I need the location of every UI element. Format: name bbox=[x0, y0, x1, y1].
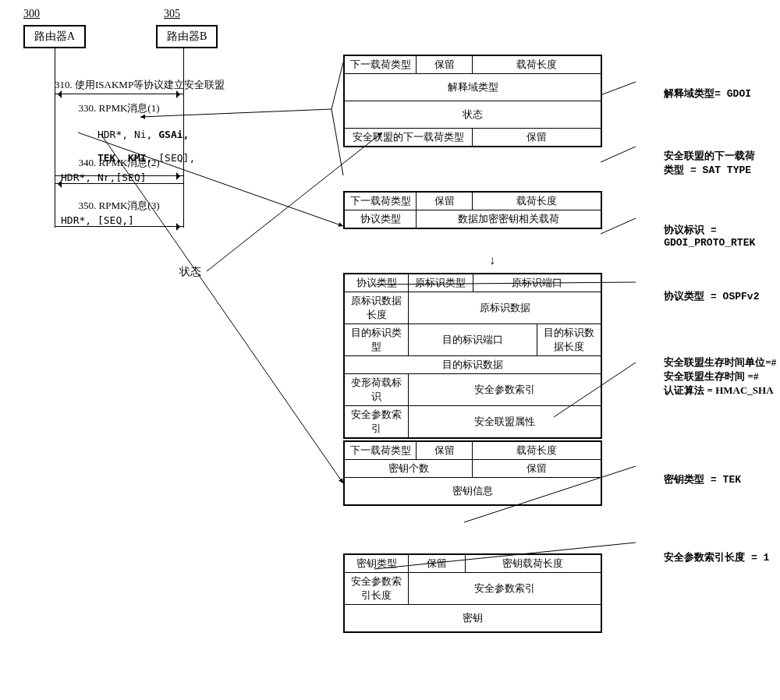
annot-proto-id: 协议标识 = GDOI_PROTO_RTEK bbox=[640, 210, 755, 261]
tek-header-block: 下一载荷类型 保留 载荷长度 协议类型 数据加密密钥相关载荷 bbox=[343, 191, 602, 229]
svg-line-5 bbox=[101, 135, 343, 483]
router-b-box: 路由器B bbox=[156, 25, 218, 48]
annot-doi-type: 解释域类型= GDOI bbox=[640, 74, 751, 113]
router-a-box: 路由器A bbox=[23, 25, 86, 48]
annot-key-type: 密钥类型 = TEK bbox=[640, 460, 741, 499]
protocol-diagram: 300 305 路由器A 路由器B 310. 使用ISAKMP等协议建立安全联盟… bbox=[8, 8, 772, 692]
ref-305: 305 bbox=[164, 8, 180, 20]
msg-310: 310. 使用ISAKMP等协议建立安全联盟 bbox=[55, 78, 183, 94]
msg-350: 350. RPMK消息(3) HDR*, [SEQ,] bbox=[55, 199, 183, 227]
svg-line-7 bbox=[601, 147, 636, 162]
annot-proto-type: 协议类型 = OSPFv2 bbox=[640, 277, 759, 316]
down-arrow-icon: ↓ bbox=[489, 253, 495, 267]
svg-line-8 bbox=[601, 218, 636, 234]
svg-line-1 bbox=[332, 109, 343, 175]
svg-line-0 bbox=[332, 62, 343, 109]
kmi-body-block: 密钥类型 保留 密钥载荷长度 安全参数索引长度 安全参数索引 密钥 bbox=[343, 553, 602, 633]
annot-sa-attrs: 安全联盟生存时间单位=#安全联盟生存时间 =#认证算法 = HMAC_SHA bbox=[640, 343, 776, 410]
gsai-payload-block: 下一载荷类型 保留 载荷长度 解释域类型 状态 安全联盟的下一载荷类型 保留 bbox=[343, 55, 602, 147]
ref-300: 300 bbox=[23, 8, 40, 20]
tek-body-block: 协议类型 原标识类型 原标识端口 原标识数据长度 原标识数据 目的标识类型 目的… bbox=[343, 273, 602, 439]
annot-sat-type: 安全联盟的下一载荷类型 = SAT TYPE bbox=[640, 136, 755, 189]
msg-340: 340. RPMK消息(2) HDR*, Nr,[SEQ] bbox=[55, 156, 183, 184]
kmi-header-block: 下一载荷类型 保留 载荷长度 密钥个数 保留 密钥信息 bbox=[343, 440, 602, 506]
status-word: 状态 bbox=[179, 265, 201, 279]
svg-line-6 bbox=[601, 82, 636, 95]
annot-spi-len: 安全参数索引长度 = 1 bbox=[640, 538, 769, 577]
